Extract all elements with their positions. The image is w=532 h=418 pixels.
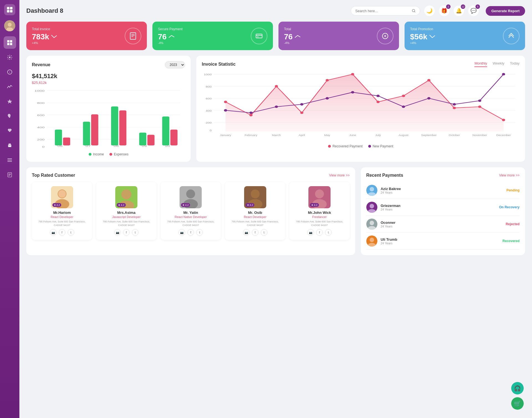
svg-point-108	[502, 73, 505, 76]
customer-addr-3: 795 Folsom Ave, Suite 600 San Francisco,…	[228, 220, 282, 227]
svg-rect-27	[130, 33, 136, 39]
legend-income: Income	[89, 152, 104, 156]
instagram-icon-0[interactable]: 📷	[50, 229, 57, 236]
avatar[interactable]	[4, 20, 15, 31]
svg-rect-55	[170, 130, 178, 145]
stat-label-promotion: Total Promotion	[410, 27, 435, 31]
payment-item-2: Oconner 24 Years Rejected	[366, 216, 520, 233]
legend-expense: Expenses	[109, 152, 129, 156]
sidebar-item-favorites[interactable]	[4, 95, 16, 107]
instagram-icon-2[interactable]: 📷	[178, 229, 185, 236]
sidebar-item-dashboard[interactable]	[4, 36, 16, 49]
payment-age-3: 24 Years	[381, 242, 499, 245]
svg-text:800: 800	[206, 85, 212, 88]
twitter-icon-1[interactable]: t	[132, 229, 139, 236]
support-float-btn[interactable]: 🎧	[511, 382, 524, 394]
svg-point-93	[427, 79, 430, 81]
sidebar-item-analytics[interactable]	[4, 80, 16, 93]
svg-rect-46	[55, 130, 62, 145]
customer-addr-0: 795 Folsom Ave, Suite 600 San Francisco,…	[35, 220, 89, 227]
sidebar-item-wishlist[interactable]	[4, 110, 16, 122]
customer-addr-1: 795 Folsom Ave, Suite 600 San Francisco,…	[99, 220, 154, 227]
customers-view-more[interactable]: View more >>	[329, 173, 350, 177]
legend-income-label: Income	[93, 152, 104, 156]
tab-monthly[interactable]: Monthly	[474, 61, 487, 67]
revenue-sub: $25,612k	[32, 81, 185, 85]
stat-card-promotion[interactable]: Total Promotion $56k +4%	[405, 22, 525, 50]
rating-badge-4: ★ 4.2	[310, 203, 319, 207]
stat-card-left-payment: Secure Payment 76 -4%	[158, 27, 183, 45]
payment-status-0: Pending	[507, 188, 520, 192]
legend-expense-label: Expenses	[114, 152, 129, 156]
facebook-icon-4[interactable]: f	[316, 229, 323, 236]
twitter-icon-3[interactable]: t	[261, 229, 267, 236]
instagram-icon-1[interactable]: 📷	[114, 229, 121, 236]
svg-text:200: 200	[37, 138, 45, 141]
tab-today[interactable]: Today	[510, 61, 520, 67]
svg-point-105	[427, 97, 430, 99]
social-icons-2: 📷 f t	[163, 229, 218, 236]
sidebar-item-settings[interactable]	[4, 51, 16, 63]
sidebar: i	[0, 0, 19, 418]
main-content: Dashboard 8 🌙 🎁2 🔔12 💬5 Generate Report	[19, 0, 532, 418]
year-select[interactable]: 202320222021	[165, 61, 185, 68]
invoice-icon-circle	[125, 28, 141, 44]
facebook-icon-1[interactable]: f	[123, 229, 130, 236]
customer-card-4: ★ 4.2 Mr.John Wick Freelancer 795 Folsom…	[289, 182, 349, 240]
instagram-icon-4[interactable]: 📷	[307, 229, 314, 236]
svg-rect-50	[111, 106, 118, 145]
rating-badge-0: ★ 4.2	[52, 203, 62, 207]
rating-badge-3: ★ 4.2	[245, 203, 255, 207]
facebook-icon-3[interactable]: f	[252, 229, 259, 236]
customer-role-1: Javascript Developer	[99, 215, 154, 219]
twitter-icon-0[interactable]: t	[68, 229, 74, 236]
svg-point-91	[377, 101, 380, 103]
svg-text:August: August	[399, 134, 409, 136]
svg-point-103	[377, 95, 380, 97]
promotion-icon-circle	[503, 28, 520, 44]
facebook-icon-0[interactable]: f	[59, 229, 65, 236]
instagram-icon-3[interactable]: 📷	[243, 229, 250, 236]
sidebar-item-reports[interactable]	[4, 168, 16, 181]
svg-rect-16	[9, 143, 11, 145]
gift-btn[interactable]: 🎁2	[439, 6, 449, 16]
stat-card-total[interactable]: Total 76 -4%	[278, 22, 399, 50]
generate-report-button[interactable]: Generate Report	[486, 6, 525, 16]
revenue-title: Revenue	[32, 62, 50, 67]
svg-text:08: 08	[114, 145, 119, 148]
legend-recovered: Recovered Payment	[328, 144, 363, 148]
dark-mode-btn[interactable]: 🌙	[424, 6, 435, 16]
twitter-icon-2[interactable]: t	[196, 229, 203, 236]
search-input[interactable]	[355, 9, 410, 13]
stat-card-left-invoice: Total invoice 783k +4%	[32, 27, 57, 45]
bottom-row: Top Rated Customer View more >>	[26, 167, 525, 255]
twitter-icon-4[interactable]: t	[325, 229, 332, 236]
bell-btn[interactable]: 🔔12	[454, 6, 464, 16]
sidebar-item-likes[interactable]	[4, 124, 16, 137]
sidebar-item-menu[interactable]	[4, 154, 16, 166]
search-bar[interactable]	[351, 6, 420, 16]
invoice-legend: Recovered Payment New Payment	[202, 144, 520, 148]
payments-view-more[interactable]: View more >>	[499, 173, 520, 177]
rating-badge-1: ★ 4.2	[117, 203, 126, 207]
stat-change-total: -4%	[284, 41, 300, 45]
svg-text:200: 200	[206, 121, 212, 124]
customer-name-1: Mrs.Asima	[99, 211, 154, 215]
sidebar-item-print[interactable]	[4, 139, 16, 152]
sidebar-logo[interactable]	[4, 4, 15, 15]
customer-avatar-1: ★ 4.2	[115, 186, 137, 208]
svg-text:1000: 1000	[34, 89, 45, 93]
tab-weekly[interactable]: Weekly	[493, 61, 504, 67]
facebook-icon-2[interactable]: f	[187, 229, 194, 236]
sidebar-item-info[interactable]: i	[4, 66, 16, 78]
cart-float-btn[interactable]: 🛒	[511, 397, 524, 410]
svg-point-97	[224, 109, 227, 112]
stat-card-payment[interactable]: Secure Payment 76 -4%	[152, 22, 273, 50]
stat-value-invoice: 783k	[32, 32, 57, 41]
svg-rect-10	[10, 43, 12, 45]
payment-status-3: Recovered	[503, 239, 520, 243]
stat-card-invoice[interactable]: Total invoice 783k +4%	[26, 22, 147, 50]
chat-btn[interactable]: 💬5	[468, 6, 479, 16]
stat-value-payment: 76	[158, 32, 183, 41]
invoice-card: Invoice Statistic Monthly Weekly Today	[196, 56, 525, 162]
